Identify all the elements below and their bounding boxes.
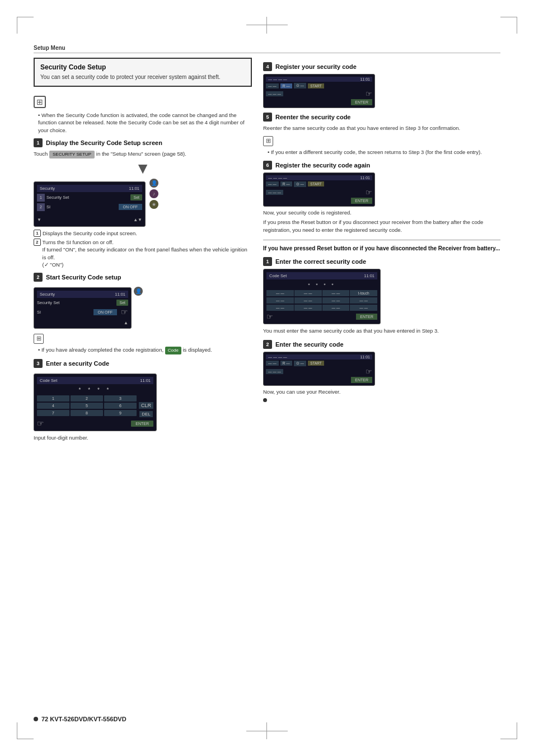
end-bullet bbox=[263, 398, 267, 402]
reset-bold-note: If you have pressed Reset button or if y… bbox=[263, 245, 500, 253]
reg-time-4: 11:01 bbox=[360, 77, 370, 81]
reg6-bottom: — — — ☞ bbox=[266, 188, 372, 197]
np2-r1: — — bbox=[266, 297, 294, 304]
corner-mark-br bbox=[500, 722, 517, 739]
step5-body: Reenter the same security code as that y… bbox=[263, 124, 500, 132]
reg6-btn-2: R — bbox=[280, 181, 292, 186]
step5-note-icon: ⊞ bbox=[263, 136, 273, 146]
btn-1: 1 bbox=[37, 395, 69, 402]
register-screen-6: — — — — 11:01 — — R — ⊙ — START — — — ☞ bbox=[263, 172, 375, 207]
rs2-enter-btn: ENTER bbox=[351, 377, 372, 383]
reset-numpad-3: — — — — — — — — bbox=[266, 305, 377, 311]
np2-r4: — — bbox=[350, 297, 377, 304]
screen-bottom-row: ▼ ▲▼ bbox=[37, 216, 142, 223]
reset-step2-body: Now, you can use your Receiver. bbox=[263, 388, 500, 396]
ann-num-1: 1 bbox=[34, 230, 41, 237]
security-label-2: Security bbox=[40, 292, 55, 297]
step2-toggle: ON OFF bbox=[93, 309, 117, 315]
reset-code-bottom: ☞ ENTER bbox=[266, 312, 377, 321]
np3-r2: — — bbox=[294, 305, 322, 311]
corner-mark-bl bbox=[17, 722, 34, 739]
numpad-3: 1 2 3 4 5 6 7 8 9 bbox=[37, 395, 137, 416]
note1-text: When the Security Code function is activ… bbox=[34, 111, 252, 134]
reg-row-6-1: — — R — ⊙ — START bbox=[266, 181, 372, 187]
reg-label-6: — — — — bbox=[268, 176, 287, 180]
section-divider bbox=[263, 240, 500, 240]
person-icon: 👤 bbox=[149, 179, 158, 188]
reg-row-4-1: — — R — ⊙ — START bbox=[266, 83, 372, 88]
rs2-hand: ☞ bbox=[366, 367, 372, 376]
reg-start-btn: START bbox=[308, 83, 324, 88]
step3-body: Input four-digit number. bbox=[34, 434, 252, 442]
code-screen-3: Code Set 11:01 * * * * 1 2 3 4 5 bbox=[34, 374, 157, 431]
footer: 72 KVT-526DVD/KVT-556DVD bbox=[34, 716, 500, 722]
reset-step2-title: Enter the security code bbox=[275, 341, 344, 348]
step2-note: If you have already completed the code r… bbox=[34, 346, 252, 354]
step2-person-icon: 👤 bbox=[134, 287, 143, 296]
reset-code-label: Code Set bbox=[269, 273, 287, 278]
screen-header-2: Security 11:01 bbox=[37, 291, 128, 298]
left-column: Security Code Setup You can set a securi… bbox=[34, 58, 252, 444]
rs2-start: START bbox=[308, 361, 324, 366]
step2-num: 2 bbox=[34, 273, 43, 282]
step6-header: 6 Register the security code again bbox=[263, 161, 500, 170]
reset-step1-num: 1 bbox=[263, 257, 272, 266]
hand-icon-3: ☞ bbox=[37, 419, 44, 428]
crosshair-top-h bbox=[246, 25, 288, 25]
footer-model: KVT-526DVD/KVT-556DVD bbox=[50, 716, 126, 722]
np3-r3: — — bbox=[322, 305, 350, 311]
right-column: 4 Register your security code — — — — 11… bbox=[263, 58, 500, 444]
step4-header: 4 Register your security code bbox=[263, 62, 500, 71]
code-screen-top-3: Code Set 11:01 bbox=[37, 377, 153, 384]
step1-num: 1 bbox=[34, 138, 43, 147]
step5-header: 5 Reenter the security code bbox=[263, 113, 500, 122]
footer-text: 72 KVT-526DVD/KVT-556DVD bbox=[41, 716, 127, 722]
reg-screen-top-6: — — — — 11:01 bbox=[266, 175, 372, 180]
time-display-2: 11:01 bbox=[115, 292, 125, 297]
reg-bottom-4: — — — ☞ bbox=[266, 90, 372, 98]
step2-note-end: is displayed. bbox=[182, 347, 212, 353]
ann-text-1: Displays the Security code input screen. bbox=[43, 230, 137, 237]
reg6-btn-1: — — bbox=[266, 181, 279, 186]
ann-text-2-detail: If turned "ON", the security indicator o… bbox=[43, 246, 252, 261]
step2-corner-icon: ▲ bbox=[37, 320, 128, 325]
step4-num: 4 bbox=[263, 62, 272, 71]
np3-r4: — — bbox=[350, 305, 377, 311]
reg6-start: START bbox=[308, 181, 324, 186]
reset-step2-screen-container: — — — — 11:01 — — R — ⊙ — START — — — ☞ bbox=[263, 352, 500, 386]
step1-title: Display the Security Code Setup screen bbox=[46, 139, 162, 146]
code-right-area: CLR DEL bbox=[139, 394, 153, 417]
reg-screen-top-4: — — — — 11:01 bbox=[266, 77, 372, 82]
reg6-media: — — — bbox=[266, 190, 283, 195]
reset-s2-time: 11:01 bbox=[360, 355, 370, 359]
reset-step1-body: You must enter the same security code as… bbox=[263, 327, 500, 335]
code-dots-3: * * * * bbox=[37, 386, 153, 394]
setup-box: Security Code Setup You can set a securi… bbox=[34, 58, 252, 87]
np-r4: t-touch bbox=[350, 290, 377, 296]
top-label: Setup Menu bbox=[34, 45, 500, 53]
step3-num: 3 bbox=[34, 359, 43, 368]
step4-screen-container: — — — — 11:01 — — R — ⊙ — START — — — ☞ bbox=[263, 74, 500, 108]
reset-code-screen: Code Set 11:01 * * * * — — — — — — t-tou… bbox=[263, 269, 381, 324]
rs2-btn-3: ⊙ — bbox=[294, 361, 306, 366]
annotation-1: 1 Displays the Security code input scree… bbox=[34, 230, 252, 237]
step1-header: 1 Display the Security Code Setup screen bbox=[34, 138, 252, 147]
step2-screen-container: Security 11:01 Security Set Set SI ON OF… bbox=[34, 284, 252, 332]
btn-2: 2 bbox=[71, 395, 103, 402]
reg-hand-4: ☞ bbox=[366, 90, 372, 98]
enter-btn-3: ENTER bbox=[131, 421, 153, 427]
crosshair-top-v bbox=[266, 17, 267, 34]
security-set-label: Security Set bbox=[46, 195, 129, 200]
reset-enter-btn: ENTER bbox=[356, 314, 377, 320]
set-button: Set bbox=[130, 194, 142, 200]
reset-step2-screen: — — — — 11:01 — — R — ⊙ — START — — — ☞ bbox=[263, 352, 375, 386]
np-r2: — — bbox=[294, 290, 322, 296]
reset-numpad-2: — — — — — — — — bbox=[266, 297, 377, 304]
code-bottom: ☞ ENTER bbox=[37, 419, 153, 428]
del-btn: DEL bbox=[139, 411, 153, 417]
annotation-2: 2 Turns the SI function on or off. If tu… bbox=[34, 239, 252, 268]
rs2-btn-2: R — bbox=[280, 361, 292, 366]
reset-s2-row1: — — R — ⊙ — START bbox=[266, 361, 372, 366]
reset-code-time: 11:01 bbox=[364, 273, 374, 278]
step3-title: Enter a security Code bbox=[46, 360, 109, 367]
